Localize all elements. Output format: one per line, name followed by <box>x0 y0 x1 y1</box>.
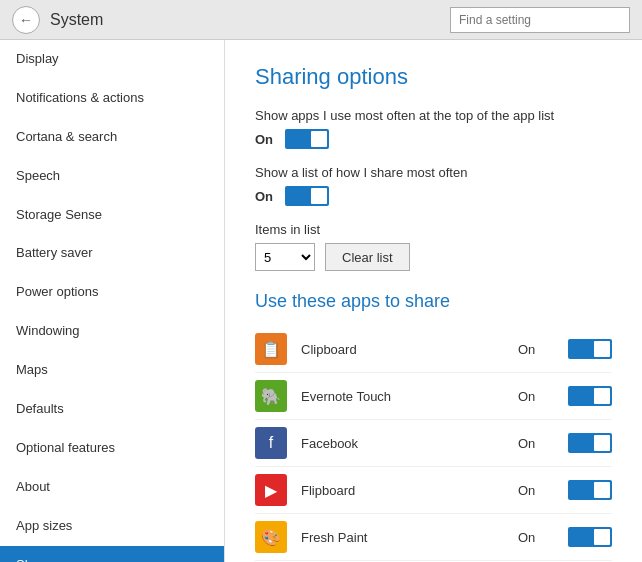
sidebar-item-appsizes[interactable]: App sizes <box>0 507 224 546</box>
settings-panel: Sharing options Show apps I use most oft… <box>225 40 642 562</box>
sidebar-item-optional[interactable]: Optional features <box>0 429 224 468</box>
sidebar-item-speech[interactable]: Speech <box>0 157 224 196</box>
app-icon: ▶ <box>255 474 287 506</box>
option2-toggle-row: On <box>255 186 612 206</box>
app-toggle[interactable] <box>568 480 612 500</box>
title-bar: ← System <box>0 0 642 40</box>
app-row: 🎨Fresh PaintOn <box>255 514 612 561</box>
sidebar: DisplayNotifications & actionsCortana & … <box>0 40 225 562</box>
app-status: On <box>518 483 558 498</box>
option1-label: Show apps I use most often at the top of… <box>255 108 612 123</box>
app-row: fFacebookOn <box>255 420 612 467</box>
sidebar-item-cortana[interactable]: Cortana & search <box>0 118 224 157</box>
app-row: 📋ClipboardOn <box>255 326 612 373</box>
option2-label: Show a list of how I share most often <box>255 165 612 180</box>
main-content: DisplayNotifications & actionsCortana & … <box>0 40 642 562</box>
app-status: On <box>518 436 558 451</box>
app-toggle[interactable] <box>568 433 612 453</box>
app-row: ▶FlipboardOn <box>255 467 612 514</box>
apps-list: 📋ClipboardOn🐘Evernote TouchOnfFacebookOn… <box>255 326 612 562</box>
app-name: Fresh Paint <box>301 530 518 545</box>
app-toggle[interactable] <box>568 527 612 547</box>
app-icon: 🐘 <box>255 380 287 412</box>
option2-toggle[interactable] <box>285 186 329 206</box>
option1-toggle[interactable] <box>285 129 329 149</box>
app-status: On <box>518 342 558 357</box>
sidebar-item-battery[interactable]: Battery saver <box>0 234 224 273</box>
app-toggle[interactable] <box>568 339 612 359</box>
items-row: 5 3 10 15 Clear list <box>255 243 612 271</box>
app-name: Clipboard <box>301 342 518 357</box>
option1-toggle-row: On <box>255 129 612 149</box>
app-name: Flipboard <box>301 483 518 498</box>
clear-list-button[interactable]: Clear list <box>325 243 410 271</box>
sidebar-item-about[interactable]: About <box>0 468 224 507</box>
back-icon: ← <box>19 12 33 28</box>
items-in-list-label: Items in list <box>255 222 612 237</box>
app-status: On <box>518 389 558 404</box>
sidebar-item-maps[interactable]: Maps <box>0 351 224 390</box>
items-select[interactable]: 5 3 10 15 <box>255 243 315 271</box>
sidebar-item-share[interactable]: Share <box>0 546 224 562</box>
sidebar-item-storage[interactable]: Storage Sense <box>0 196 224 235</box>
app-icon: f <box>255 427 287 459</box>
app-row: 🐘Evernote TouchOn <box>255 373 612 420</box>
option2-toggle-text: On <box>255 189 285 204</box>
items-in-list-section: Items in list 5 3 10 15 Clear list <box>255 222 612 271</box>
app-name: Facebook <box>301 436 518 451</box>
app-name: Evernote Touch <box>301 389 518 404</box>
app-status: On <box>518 530 558 545</box>
sidebar-item-power[interactable]: Power options <box>0 273 224 312</box>
apps-section-title: Use these apps to share <box>255 291 612 312</box>
back-button[interactable]: ← <box>12 6 40 34</box>
search-input[interactable] <box>450 7 630 33</box>
app-toggle[interactable] <box>568 386 612 406</box>
option1-toggle-text: On <box>255 132 285 147</box>
app-icon: 📋 <box>255 333 287 365</box>
sidebar-item-windowing[interactable]: Windowing <box>0 312 224 351</box>
sidebar-item-notifications[interactable]: Notifications & actions <box>0 79 224 118</box>
app-icon: 🎨 <box>255 521 287 553</box>
panel-title: Sharing options <box>255 64 612 90</box>
window-title: System <box>50 11 450 29</box>
sidebar-item-display[interactable]: Display <box>0 40 224 79</box>
sidebar-item-defaults[interactable]: Defaults <box>0 390 224 429</box>
